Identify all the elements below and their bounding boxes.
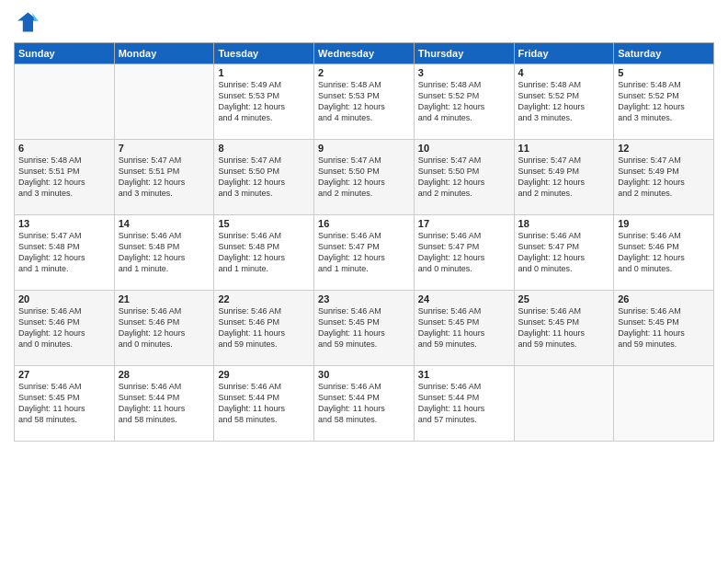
calendar-cell: 26Sunrise: 5:46 AM Sunset: 5:45 PM Dayli… — [614, 291, 714, 366]
day-number: 27 — [18, 369, 110, 380]
day-number: 13 — [18, 218, 110, 229]
cell-content: Sunrise: 5:48 AM Sunset: 5:53 PM Dayligh… — [318, 79, 410, 124]
cell-content: Sunrise: 5:48 AM Sunset: 5:52 PM Dayligh… — [518, 79, 610, 124]
week-row-3: 13Sunrise: 5:47 AM Sunset: 5:48 PM Dayli… — [15, 215, 714, 291]
calendar-cell: 5Sunrise: 5:48 AM Sunset: 5:52 PM Daylig… — [614, 64, 714, 140]
calendar-cell: 11Sunrise: 5:47 AM Sunset: 5:49 PM Dayli… — [514, 140, 614, 215]
day-header-thursday: Thursday — [414, 43, 514, 64]
day-number: 29 — [218, 369, 310, 380]
week-row-4: 20Sunrise: 5:46 AM Sunset: 5:46 PM Dayli… — [15, 291, 714, 366]
cell-content: Sunrise: 5:48 AM Sunset: 5:52 PM Dayligh… — [618, 79, 710, 124]
svg-marker-0 — [17, 13, 38, 32]
calendar-cell: 4Sunrise: 5:48 AM Sunset: 5:52 PM Daylig… — [514, 64, 614, 140]
calendar-cell: 7Sunrise: 5:47 AM Sunset: 5:51 PM Daylig… — [114, 140, 214, 215]
calendar-cell: 22Sunrise: 5:46 AM Sunset: 5:46 PM Dayli… — [214, 291, 314, 366]
cell-content: Sunrise: 5:47 AM Sunset: 5:51 PM Dayligh… — [119, 155, 210, 200]
cell-content: Sunrise: 5:46 AM Sunset: 5:44 PM Dayligh… — [119, 381, 210, 426]
cell-content: Sunrise: 5:46 AM Sunset: 5:45 PM Dayligh… — [418, 305, 510, 350]
calendar-cell: 9Sunrise: 5:47 AM Sunset: 5:50 PM Daylig… — [314, 140, 415, 215]
calendar-cell: 31Sunrise: 5:46 AM Sunset: 5:44 PM Dayli… — [414, 366, 514, 442]
cell-content: Sunrise: 5:47 AM Sunset: 5:49 PM Dayligh… — [518, 155, 610, 200]
cell-content: Sunrise: 5:46 AM Sunset: 5:47 PM Dayligh… — [518, 230, 610, 275]
calendar-cell: 3Sunrise: 5:48 AM Sunset: 5:52 PM Daylig… — [414, 64, 514, 140]
day-number: 22 — [218, 293, 310, 304]
week-row-1: 1Sunrise: 5:49 AM Sunset: 5:53 PM Daylig… — [15, 64, 714, 140]
cell-content: Sunrise: 5:47 AM Sunset: 5:50 PM Dayligh… — [218, 155, 310, 200]
calendar-cell: 27Sunrise: 5:46 AM Sunset: 5:45 PM Dayli… — [15, 366, 115, 442]
day-number: 31 — [418, 369, 510, 380]
day-number: 26 — [618, 293, 710, 304]
calendar-cell: 14Sunrise: 5:46 AM Sunset: 5:48 PM Dayli… — [114, 215, 214, 291]
calendar-cell: 8Sunrise: 5:47 AM Sunset: 5:50 PM Daylig… — [214, 140, 314, 215]
cell-content: Sunrise: 5:46 AM Sunset: 5:48 PM Dayligh… — [119, 230, 210, 275]
calendar-cell: 16Sunrise: 5:46 AM Sunset: 5:47 PM Dayli… — [314, 215, 415, 291]
day-number: 7 — [119, 143, 210, 154]
calendar-cell: 17Sunrise: 5:46 AM Sunset: 5:47 PM Dayli… — [414, 215, 514, 291]
calendar-cell: 12Sunrise: 5:47 AM Sunset: 5:49 PM Dayli… — [614, 140, 714, 215]
cell-content: Sunrise: 5:46 AM Sunset: 5:44 PM Dayligh… — [218, 381, 310, 426]
cell-content: Sunrise: 5:46 AM Sunset: 5:46 PM Dayligh… — [218, 305, 310, 350]
day-number: 28 — [119, 369, 210, 380]
calendar-cell: 25Sunrise: 5:46 AM Sunset: 5:45 PM Dayli… — [514, 291, 614, 366]
day-header-saturday: Saturday — [614, 43, 714, 64]
day-number: 11 — [518, 143, 610, 154]
calendar-cell: 24Sunrise: 5:46 AM Sunset: 5:45 PM Dayli… — [414, 291, 514, 366]
cell-content: Sunrise: 5:47 AM Sunset: 5:50 PM Dayligh… — [318, 155, 410, 200]
cell-content: Sunrise: 5:46 AM Sunset: 5:45 PM Dayligh… — [618, 305, 710, 350]
cell-content: Sunrise: 5:46 AM Sunset: 5:45 PM Dayligh… — [518, 305, 610, 350]
day-number: 12 — [618, 143, 710, 154]
cell-content: Sunrise: 5:47 AM Sunset: 5:50 PM Dayligh… — [418, 155, 510, 200]
day-number: 30 — [318, 369, 410, 380]
calendar-cell: 28Sunrise: 5:46 AM Sunset: 5:44 PM Dayli… — [114, 366, 214, 442]
calendar-header-row: SundayMondayTuesdayWednesdayThursdayFrid… — [15, 43, 714, 64]
day-number: 17 — [418, 218, 510, 229]
cell-content: Sunrise: 5:46 AM Sunset: 5:47 PM Dayligh… — [418, 230, 510, 275]
calendar-cell: 21Sunrise: 5:46 AM Sunset: 5:46 PM Dayli… — [114, 291, 214, 366]
day-number: 5 — [618, 67, 710, 78]
cell-content: Sunrise: 5:46 AM Sunset: 5:44 PM Dayligh… — [418, 381, 510, 426]
day-number: 10 — [418, 143, 510, 154]
day-header-wednesday: Wednesday — [314, 43, 415, 64]
day-number: 23 — [318, 293, 410, 304]
cell-content: Sunrise: 5:47 AM Sunset: 5:49 PM Dayligh… — [618, 155, 710, 200]
day-number: 2 — [318, 67, 410, 78]
calendar-cell: 10Sunrise: 5:47 AM Sunset: 5:50 PM Dayli… — [414, 140, 514, 215]
cell-content: Sunrise: 5:46 AM Sunset: 5:45 PM Dayligh… — [318, 305, 410, 350]
calendar-cell — [614, 366, 714, 442]
calendar-cell: 19Sunrise: 5:46 AM Sunset: 5:46 PM Dayli… — [614, 215, 714, 291]
logo — [14, 9, 43, 35]
day-number: 3 — [418, 67, 510, 78]
day-header-tuesday: Tuesday — [214, 43, 314, 64]
calendar-cell: 29Sunrise: 5:46 AM Sunset: 5:44 PM Dayli… — [214, 366, 314, 442]
calendar-cell — [15, 64, 115, 140]
day-header-friday: Friday — [514, 43, 614, 64]
cell-content: Sunrise: 5:48 AM Sunset: 5:51 PM Dayligh… — [18, 155, 110, 200]
calendar-cell — [514, 366, 614, 442]
cell-content: Sunrise: 5:46 AM Sunset: 5:46 PM Dayligh… — [18, 305, 110, 350]
cell-content: Sunrise: 5:47 AM Sunset: 5:48 PM Dayligh… — [18, 230, 110, 275]
calendar-cell: 23Sunrise: 5:46 AM Sunset: 5:45 PM Dayli… — [314, 291, 415, 366]
calendar-cell: 1Sunrise: 5:49 AM Sunset: 5:53 PM Daylig… — [214, 64, 314, 140]
cell-content: Sunrise: 5:46 AM Sunset: 5:46 PM Dayligh… — [618, 230, 710, 275]
cell-content: Sunrise: 5:46 AM Sunset: 5:48 PM Dayligh… — [218, 230, 310, 275]
day-number: 8 — [218, 143, 310, 154]
calendar-cell: 6Sunrise: 5:48 AM Sunset: 5:51 PM Daylig… — [15, 140, 115, 215]
header — [14, 9, 714, 35]
day-number: 6 — [18, 143, 110, 154]
day-number: 25 — [518, 293, 610, 304]
day-header-monday: Monday — [114, 43, 214, 64]
calendar-cell: 30Sunrise: 5:46 AM Sunset: 5:44 PM Dayli… — [314, 366, 415, 442]
calendar-cell: 20Sunrise: 5:46 AM Sunset: 5:46 PM Dayli… — [15, 291, 115, 366]
week-row-5: 27Sunrise: 5:46 AM Sunset: 5:45 PM Dayli… — [15, 366, 714, 442]
calendar-cell: 2Sunrise: 5:48 AM Sunset: 5:53 PM Daylig… — [314, 64, 415, 140]
day-number: 19 — [618, 218, 710, 229]
day-number: 24 — [418, 293, 510, 304]
day-number: 18 — [518, 218, 610, 229]
calendar-cell — [114, 64, 214, 140]
cell-content: Sunrise: 5:46 AM Sunset: 5:47 PM Dayligh… — [318, 230, 410, 275]
calendar-cell: 18Sunrise: 5:46 AM Sunset: 5:47 PM Dayli… — [514, 215, 614, 291]
day-number: 9 — [318, 143, 410, 154]
calendar-table: SundayMondayTuesdayWednesdayThursdayFrid… — [14, 42, 714, 442]
day-number: 20 — [18, 293, 110, 304]
day-number: 14 — [119, 218, 210, 229]
